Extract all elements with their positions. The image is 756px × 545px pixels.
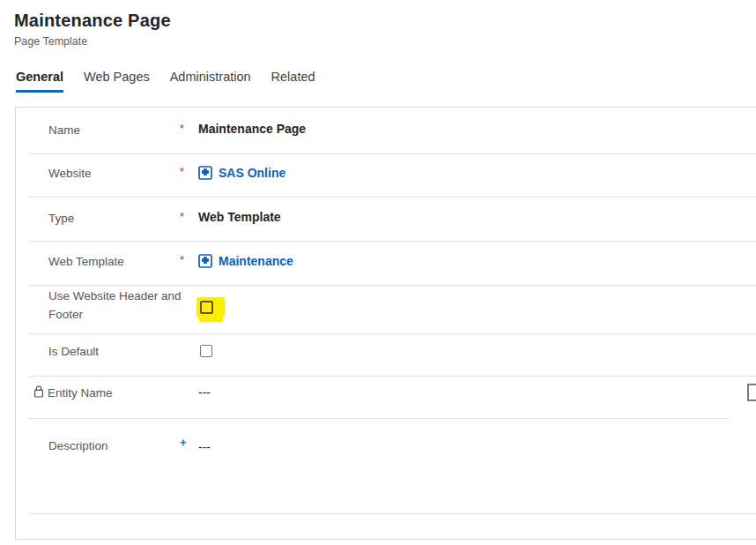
use-website-header-footer-label: Use Website Header and Footer (48, 287, 182, 324)
general-form-section: Name * Maintenance Page Website * SAS On… (15, 107, 756, 540)
website-field-label: Website (48, 165, 92, 183)
web-template-lookup-text: Maintenance (219, 254, 293, 268)
entity-name-value: --- (198, 384, 211, 400)
row-divider (28, 376, 756, 377)
cutoff-field-box[interactable] (747, 384, 756, 401)
page-title: Maintenance Page (14, 11, 171, 31)
name-field-value[interactable]: Maintenance Page (198, 121, 306, 137)
web-template-lookup-link[interactable]: Maintenance (198, 254, 293, 268)
page: Maintenance Page Page Template General W… (0, 0, 756, 545)
tab-bar: General Web Pages Administration Related (16, 70, 315, 93)
row-divider (28, 197, 756, 198)
row-divider (28, 285, 756, 286)
type-field-label: Type (48, 210, 74, 228)
type-field-value[interactable]: Web Template (198, 209, 281, 225)
name-field-label: Name (48, 122, 80, 139)
tab-web-pages[interactable]: Web Pages (84, 70, 150, 93)
entity-icon (198, 254, 212, 268)
required-marker: * (180, 252, 184, 268)
web-template-field-label: Web Template (48, 253, 124, 271)
recommended-marker: + (180, 436, 187, 450)
tab-general[interactable]: General (16, 70, 63, 93)
highlight-annotation (199, 316, 223, 322)
use-website-header-footer-checkbox[interactable] (200, 301, 213, 314)
required-marker: * (180, 209, 184, 225)
description-label: Description (48, 437, 108, 455)
entity-icon (198, 166, 212, 180)
required-marker: * (180, 164, 184, 180)
description-value[interactable]: --- (198, 439, 211, 455)
page-subtitle: Page Template (14, 35, 87, 48)
row-divider (28, 418, 730, 419)
row-divider (28, 513, 756, 514)
tab-related[interactable]: Related (271, 70, 315, 93)
row-divider (28, 333, 756, 334)
row-divider (28, 241, 756, 242)
is-default-checkbox[interactable] (200, 345, 212, 357)
website-lookup-text: SAS Online (219, 166, 285, 180)
website-lookup-link[interactable]: SAS Online (198, 166, 285, 180)
tab-administration[interactable]: Administration (170, 70, 251, 93)
entity-name-label: Entity Name (48, 384, 113, 402)
lock-icon (33, 385, 44, 402)
row-divider (28, 153, 756, 154)
required-marker: * (180, 121, 184, 137)
is-default-label: Is Default (48, 343, 99, 361)
